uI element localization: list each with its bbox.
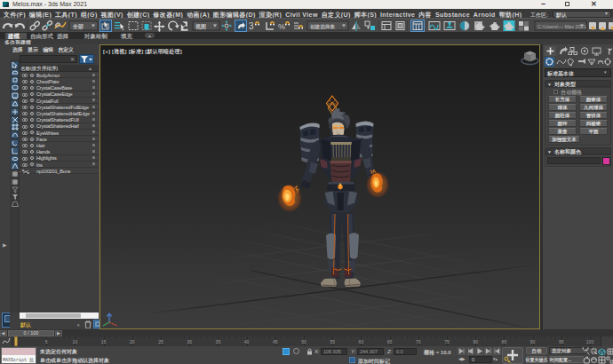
svg-text:C:\Users\— Max 2021: C:\Users\— Max 2021 bbox=[537, 24, 586, 29]
svg-text:创建选择集: 创建选择集 bbox=[309, 24, 335, 30]
svg-text:[+] [透视] [标准] [默认明暗处理]: [+] [透视] [标准] [默认明暗处理] bbox=[103, 48, 182, 55]
svg-text:视图: 视图 bbox=[195, 23, 206, 30]
svg-text:3: 3 bbox=[249, 21, 254, 31]
svg-text:%: % bbox=[278, 22, 285, 31]
svg-text:全部: 全部 bbox=[72, 23, 84, 30]
